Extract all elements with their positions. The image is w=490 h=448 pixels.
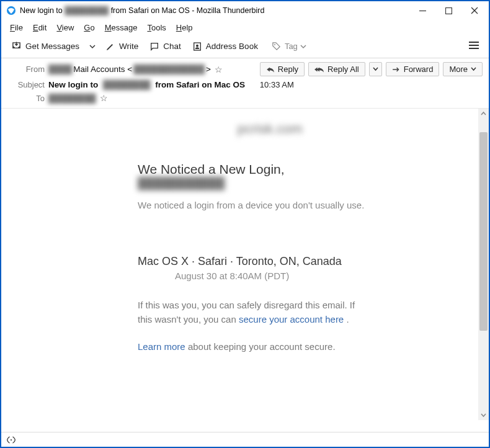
toolbar: Get Messages Write Chat Address Book Tag	[1, 35, 489, 58]
chevron-down-icon	[471, 66, 476, 72]
reply-all-icon	[314, 66, 324, 73]
title-email-blur: ████████	[65, 6, 109, 15]
window-title: New login to ████████ from Safari on Mac…	[20, 6, 409, 15]
thunderbird-icon	[6, 6, 16, 16]
pencil-icon	[105, 42, 115, 52]
mail-paragraph-2: Learn more about keeping your account se…	[138, 340, 365, 354]
reply-button[interactable]: Reply	[260, 62, 305, 76]
hamburger-icon	[469, 41, 479, 50]
close-button[interactable]	[461, 1, 488, 20]
svg-point-7	[274, 44, 275, 45]
tag-label: Tag	[285, 42, 298, 51]
mail-para2-b: about keeping your account secure.	[188, 341, 336, 352]
maximize-button[interactable]	[435, 1, 461, 20]
menu-tools[interactable]: ToolsTools	[142, 22, 171, 34]
title-suffix: from Safari on Mac OS - Mozilla Thunderb…	[111, 6, 265, 15]
mail-paragraph-1: If this was you, you can safely disregar…	[138, 298, 365, 326]
menu-go[interactable]: GoGo	[79, 22, 99, 34]
write-button[interactable]: Write	[100, 39, 143, 54]
scroll-up-button[interactable]	[478, 109, 489, 119]
tag-button[interactable]: Tag	[268, 39, 310, 53]
forward-icon	[392, 66, 401, 73]
chat-button[interactable]: Chat	[145, 39, 186, 54]
address-book-icon	[192, 42, 202, 52]
svg-rect-2	[445, 7, 452, 14]
scroll-down-button[interactable]	[478, 410, 489, 420]
message-body-viewport: pcrisk.com We Noticed a New Login, █████…	[1, 109, 489, 420]
tag-icon	[272, 42, 281, 51]
forward-label: Forward	[404, 65, 434, 74]
mail-date-line: August 30 at 8:40AM (PDT)	[138, 271, 365, 281]
to-value: ████████ ☆	[48, 93, 256, 103]
to-blur: ████████	[48, 94, 96, 103]
address-book-button[interactable]: Address Book	[187, 39, 263, 54]
from-blur2: ████████████	[133, 65, 205, 74]
from-close: >	[206, 65, 211, 74]
mail-email-blur: ███████████	[138, 177, 365, 190]
more-label: More	[449, 65, 468, 74]
mail-heading: We Noticed a New Login,	[138, 162, 365, 177]
more-button[interactable]: More	[443, 62, 483, 76]
subject-blur: ████████	[103, 80, 151, 89]
menu-view[interactable]: ViewView	[51, 22, 79, 34]
email-content: pcrisk.com We Noticed a New Login, █████…	[1, 109, 489, 380]
message-actions: Reply Reply All Forward More	[260, 62, 483, 76]
subject-value: New login to ████████ from Safari on Mac…	[48, 80, 256, 89]
learn-more-link[interactable]: Learn more	[138, 341, 185, 352]
svg-point-6	[196, 44, 198, 47]
statusbar	[1, 432, 489, 447]
forward-button[interactable]: Forward	[386, 62, 440, 76]
get-messages-label: Get Messages	[25, 42, 79, 51]
activity-icon[interactable]	[6, 436, 16, 444]
reply-all-button[interactable]: Reply All	[308, 62, 365, 76]
address-book-label: Address Book	[206, 42, 258, 51]
chat-icon	[149, 42, 159, 52]
write-label: Write	[119, 42, 138, 51]
get-messages-dropdown[interactable]	[86, 38, 99, 55]
chevron-down-icon	[300, 43, 306, 50]
secure-account-link[interactable]: secure your account here	[239, 314, 344, 325]
scrollbar-track[interactable]	[478, 109, 489, 420]
mail-para1-b: .	[344, 314, 349, 325]
minimize-button[interactable]	[409, 1, 435, 20]
star-button[interactable]: ☆	[215, 65, 223, 74]
menu-help[interactable]: HelpHelp	[171, 22, 198, 34]
from-blur1: ████	[48, 65, 72, 74]
reply-icon	[266, 66, 275, 73]
get-messages-button[interactable]: Get Messages	[6, 38, 84, 54]
app-menu-button[interactable]	[464, 38, 484, 55]
mail-logo-blur: pcrisk.com	[175, 121, 365, 137]
menubar: FFileile EditEdit ViewView GoGo MessageM…	[1, 20, 489, 35]
mail-device-line: Mac OS X · Safari · Toronto, ON, Canada	[138, 255, 365, 268]
reply-label: Reply	[278, 65, 298, 74]
menu-file[interactable]: FFileile	[5, 22, 28, 34]
svg-point-11	[11, 439, 12, 440]
subject-prefix: New login to	[48, 80, 98, 89]
subject-label: Subject	[7, 80, 45, 89]
message-header: From ████ Mail Accounts < ████████████ >…	[1, 58, 489, 105]
titlebar: New login to ████████ from Safari on Mac…	[1, 1, 489, 20]
from-label: From	[7, 65, 45, 74]
from-text: Mail Accounts <	[73, 65, 132, 74]
chat-label: Chat	[163, 42, 181, 51]
reply-all-label: Reply All	[327, 65, 359, 74]
message-time: 10:33 AM	[260, 80, 483, 89]
menu-edit[interactable]: EditEdit	[28, 22, 51, 34]
menu-message[interactable]: MessageMessage	[100, 22, 143, 34]
star-button-to[interactable]: ☆	[100, 93, 108, 103]
inbox-icon	[11, 41, 22, 52]
title-prefix: New login to	[20, 6, 63, 15]
to-label: To	[7, 94, 45, 103]
scrollbar-thumb[interactable]	[479, 132, 488, 331]
subject-suffix: from Safari on Mac OS	[155, 80, 245, 89]
reply-all-dropdown[interactable]	[369, 62, 382, 76]
mail-lead-text: We noticed a login from a device you don…	[138, 199, 365, 212]
from-value: ████ Mail Accounts < ████████████ > ☆	[48, 65, 256, 74]
